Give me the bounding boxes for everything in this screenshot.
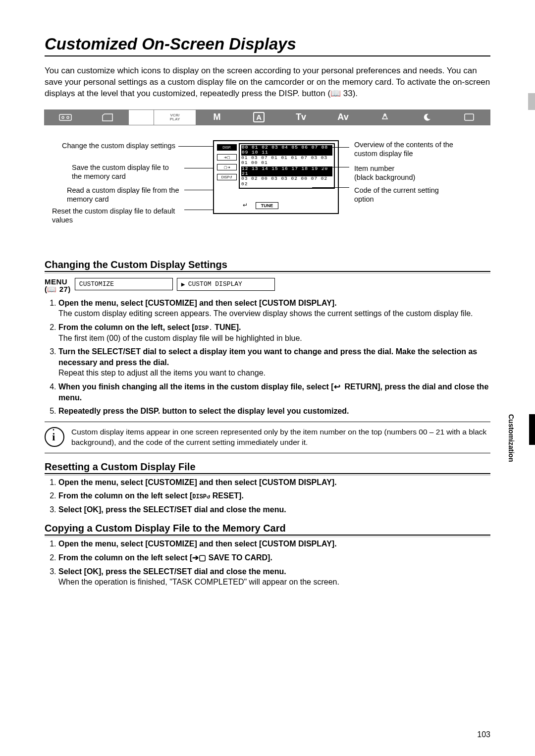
- heading-copy: Copying a Custom Display File to the Mem…: [45, 523, 490, 536]
- menu-box-custom-display: ▶ CUSTOM DISPLAY: [177, 278, 275, 291]
- overview-diagram: Change the custom display settings Save …: [45, 140, 490, 239]
- leader-line: [321, 167, 349, 167]
- screen-left-column: DISP. ➔▢ ▢➔ DISP↺: [217, 144, 237, 180]
- return-icon: ↵: [243, 202, 248, 209]
- screen-tune-button: TUNE: [256, 202, 278, 209]
- svg-rect-0: [59, 114, 71, 120]
- screen-icon-reset: DISP↺: [217, 174, 237, 180]
- info-note: i• Custom display items appear in one sc…: [45, 422, 490, 453]
- callout-item-number: Item number (black background): [354, 164, 458, 182]
- return-icon: ↩: [334, 382, 340, 391]
- mode-card-icon: [86, 109, 129, 125]
- callout-reset-file: Reset the custom display file to default…: [52, 207, 181, 224]
- svg-point-3: [384, 114, 386, 116]
- page-number: 103: [477, 730, 490, 739]
- info-text: Custom display items appear in one scree…: [71, 427, 490, 448]
- mode-a: A: [238, 109, 280, 125]
- info-icon: i•: [45, 427, 64, 447]
- menu-label: MENU (📖 27): [45, 278, 71, 293]
- menu-path: MENU (📖 27) CUSTOMIZE ▶ CUSTOM DISPLAY: [45, 278, 490, 293]
- grid-row-items-2: 12 13 14 15 16 17 18 19 20 21: [241, 166, 332, 177]
- mode-spotlight-icon: [364, 109, 406, 125]
- manual-page: Customized On-Screen Displays You can cu…: [0, 0, 535, 756]
- disp-reset-icon: DISP↺: [192, 493, 210, 500]
- mode-av: Av: [322, 109, 365, 125]
- mode-vcr-play: VCR/ PLAY: [154, 109, 196, 125]
- mode-m: M: [196, 109, 238, 125]
- step: Select [OK], press the SELECT/SET dial a…: [58, 504, 490, 515]
- disp-tune-icon: DISP.: [195, 325, 213, 332]
- leader-line: [184, 168, 215, 168]
- heading-reset: Resetting a Custom Display File: [45, 461, 490, 474]
- mode-bar: VCR/ PLAY M A Tv Av: [45, 109, 490, 125]
- mode-tape-icon: [44, 109, 87, 125]
- title-rule: [45, 55, 490, 56]
- steps-copy: Open the menu, select [CUSTOMIZE] and th…: [45, 539, 490, 587]
- step: Turn the SELECT/SET dial to select a dis…: [58, 346, 490, 378]
- svg-point-1: [62, 116, 64, 118]
- callout-overview: Overview of the contents of the custom d…: [354, 140, 458, 158]
- page-title: Customized On-Screen Displays: [45, 35, 490, 54]
- grid-row-codes-1: 01 03 07 01 01 01 07 03 03 01 00 01: [241, 156, 332, 166]
- step: From the column on the left select [➔▢ S…: [58, 552, 490, 563]
- callout-save-file: Save the custom display file to the memo…: [72, 163, 181, 181]
- side-thumb-tab: [529, 414, 535, 445]
- screen-data-grid: 00 01 02 03 04 05 06 07 08 09 10 11 01 0…: [239, 143, 335, 189]
- heading-changing: Changing the Custom Display Settings: [45, 259, 490, 272]
- screen-icon-disp-tune: DISP.: [217, 144, 237, 151]
- thumb-tab: [528, 93, 535, 110]
- mode-spacer: [128, 109, 154, 125]
- leader-line: [178, 146, 216, 147]
- step: Open the menu, select [CUSTOMIZE] and th…: [58, 477, 490, 488]
- screen-icon-save: ➔▢: [217, 154, 237, 161]
- mode-tv: Tv: [280, 109, 322, 125]
- svg-rect-4: [465, 114, 474, 120]
- submenu-arrow-icon: ▶: [181, 280, 185, 288]
- intro-paragraph: You can customize which icons to display…: [45, 65, 490, 100]
- grid-row-codes-2: 03 02 00 03 03 02 00 07 02 02: [241, 176, 332, 187]
- step: Open the menu, select [CUSTOMIZE] and th…: [58, 539, 490, 549]
- step: From the column on the left, select [DIS…: [58, 322, 490, 343]
- step: From the column on the left select [DISP…: [58, 490, 490, 501]
- steps-reset: Open the menu, select [CUSTOMIZE] and th…: [45, 477, 490, 515]
- leader-line: [329, 147, 349, 148]
- screen-icon-read: ▢➔: [217, 164, 237, 170]
- callout-read-file: Read a custom display file from the memo…: [67, 186, 181, 204]
- mode-easy-icon: [448, 109, 490, 125]
- screen-mock: DISP. ➔▢ ▢➔ DISP↺ 00 01 02 03 04 05 06 0…: [213, 140, 339, 214]
- step: Open the menu, select [CUSTOMIZE] and th…: [58, 298, 490, 319]
- side-section-label: Customization: [507, 414, 515, 462]
- leader-line: [184, 190, 213, 190]
- callout-change-settings: Change the custom display settings: [62, 141, 176, 150]
- steps-changing: Open the menu, select [CUSTOMIZE] and th…: [45, 298, 490, 417]
- menu-box-customize: CUSTOMIZE: [75, 278, 173, 290]
- step: Repeatedly press the DISP. button to sel…: [58, 406, 490, 417]
- step: Select [OK], press the SELECT/SET dial a…: [58, 566, 490, 588]
- mode-night-icon: [406, 109, 448, 125]
- callout-code: Code of the current setting option: [354, 186, 458, 204]
- save-to-card-icon: ➔▢: [192, 553, 206, 562]
- leader-line: [312, 187, 349, 188]
- svg-point-2: [67, 116, 69, 118]
- step: When you finish changing all the items i…: [58, 381, 490, 403]
- grid-row-items-1: 00 01 02 03 04 05 06 07 08 09 10 11: [241, 145, 332, 156]
